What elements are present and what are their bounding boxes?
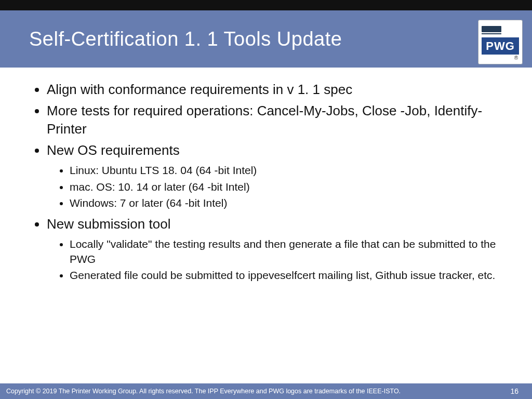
slide-title: Self-Certification 1. 1 Tools Update: [0, 28, 342, 50]
sub-bullet-item: Windows: 7 or later (64 -bit Intel): [70, 195, 503, 210]
registered-mark: ®: [482, 55, 519, 61]
top-black-band: [0, 0, 532, 10]
logo-text: PWG: [482, 37, 519, 55]
logo-printer-icon: [482, 23, 519, 34]
footer-bar: Copyright © 2019 The Printer Working Gro…: [0, 383, 532, 399]
pwg-logo: PWG ®: [478, 20, 523, 64]
bullet-item: More tests for required operations: Canc…: [47, 102, 503, 138]
slide: Self-Certification 1. 1 Tools Update PWG…: [0, 0, 532, 399]
bullet-item: New submission tool Locally "validate" t…: [47, 215, 503, 283]
sub-bullet-list: Locally "validate" the testing results a…: [47, 236, 503, 283]
bullet-list: Align with conformance requirements in v…: [35, 81, 503, 283]
bullet-text: New submission tool: [47, 216, 170, 232]
bullet-text: New OS requirements: [47, 142, 180, 158]
title-bar: Self-Certification 1. 1 Tools Update PWG…: [0, 10, 532, 68]
sub-bullet-list: Linux: Ubuntu LTS 18. 04 (64 -bit Intel)…: [47, 163, 503, 210]
page-number: 16: [510, 387, 518, 395]
bullet-item: New OS requirements Linux: Ubuntu LTS 18…: [47, 141, 503, 210]
slide-body: Align with conformance requirements in v…: [35, 81, 503, 287]
sub-bullet-item: Locally "validate" the testing results a…: [70, 236, 503, 267]
bullet-item: Align with conformance requirements in v…: [47, 81, 503, 99]
sub-bullet-item: Generated file could be submitted to ipp…: [70, 268, 503, 283]
sub-bullet-item: Linux: Ubuntu LTS 18. 04 (64 -bit Intel): [70, 163, 503, 178]
sub-bullet-item: mac. OS: 10. 14 or later (64 -bit Intel): [70, 179, 503, 194]
copyright-text: Copyright © 2019 The Printer Working Gro…: [6, 388, 401, 395]
